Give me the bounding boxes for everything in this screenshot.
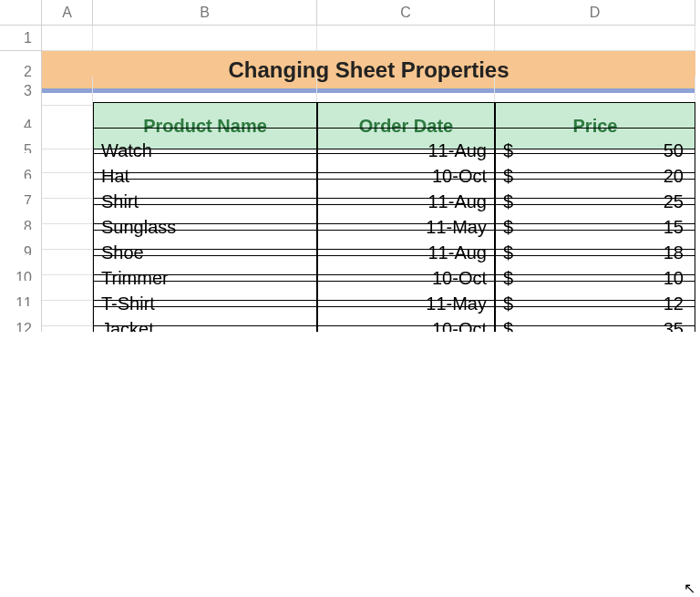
col-header-D[interactable]: D: [495, 0, 695, 26]
cell[interactable]: [317, 26, 495, 51]
select-all-corner[interactable]: [0, 0, 42, 26]
cell[interactable]: [42, 26, 93, 51]
cell[interactable]: [495, 26, 695, 51]
col-header-B[interactable]: B: [93, 0, 317, 26]
product-cell[interactable]: Jacket: [93, 306, 317, 332]
row-header-1[interactable]: 1: [0, 26, 42, 51]
currency-symbol: $: [503, 319, 513, 333]
cell[interactable]: [93, 26, 317, 51]
date-cell[interactable]: 10-Oct: [317, 306, 495, 332]
price-cell[interactable]: $35: [495, 306, 695, 332]
spreadsheet-grid: A B C D 1 2 Changing Sheet Properties 3 …: [0, 0, 700, 332]
col-header-A[interactable]: A: [42, 0, 93, 26]
row-header-12[interactable]: 12: [0, 306, 42, 332]
price-value: 35: [664, 319, 684, 333]
col-header-C[interactable]: C: [317, 0, 495, 26]
cell[interactable]: [42, 306, 93, 332]
